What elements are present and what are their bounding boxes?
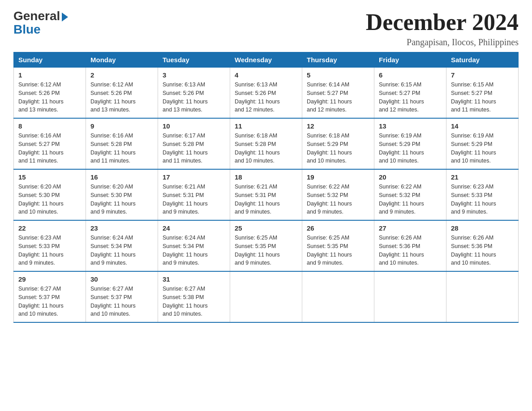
calendar-cell: 14Sunrise: 6:19 AMSunset: 5:29 PMDayligh…: [446, 118, 519, 169]
calendar-cell: 28Sunrise: 6:26 AMSunset: 5:36 PMDayligh…: [446, 220, 519, 271]
day-number: 7: [451, 71, 514, 79]
calendar-week-row: 15Sunrise: 6:20 AMSunset: 5:30 PMDayligh…: [14, 169, 519, 220]
header-saturday: Saturday: [446, 52, 519, 68]
calendar-week-row: 8Sunrise: 6:16 AMSunset: 5:27 PMDaylight…: [14, 118, 519, 169]
calendar-cell: [374, 271, 446, 322]
day-number: 15: [18, 173, 81, 181]
subtitle: Pangapisan, Ilocos, Philippines: [366, 37, 519, 47]
day-info: Sunrise: 6:23 AMSunset: 5:33 PMDaylight:…: [451, 183, 514, 216]
day-info: Sunrise: 6:18 AMSunset: 5:28 PMDaylight:…: [235, 132, 297, 165]
day-number: 4: [235, 71, 297, 79]
calendar-cell: 29Sunrise: 6:27 AMSunset: 5:37 PMDayligh…: [14, 271, 86, 322]
day-info: Sunrise: 6:25 AMSunset: 5:35 PMDaylight:…: [307, 234, 369, 267]
calendar-cell: 4Sunrise: 6:13 AMSunset: 5:26 PMDaylight…: [230, 68, 302, 119]
day-info: Sunrise: 6:12 AMSunset: 5:26 PMDaylight:…: [90, 81, 153, 114]
calendar-cell: 24Sunrise: 6:24 AMSunset: 5:34 PMDayligh…: [158, 220, 230, 271]
day-number: 30: [90, 275, 153, 283]
day-info: Sunrise: 6:26 AMSunset: 5:36 PMDaylight:…: [379, 234, 442, 267]
calendar-cell: 16Sunrise: 6:20 AMSunset: 5:30 PMDayligh…: [86, 169, 158, 220]
day-number: 11: [235, 122, 297, 130]
calendar-cell: 12Sunrise: 6:18 AMSunset: 5:29 PMDayligh…: [302, 118, 374, 169]
day-number: 16: [90, 173, 153, 181]
day-number: 5: [307, 71, 369, 79]
calendar-cell: 22Sunrise: 6:23 AMSunset: 5:33 PMDayligh…: [14, 220, 86, 271]
day-number: 20: [379, 173, 442, 181]
day-number: 25: [235, 224, 297, 232]
calendar-cell: 11Sunrise: 6:18 AMSunset: 5:28 PMDayligh…: [230, 118, 302, 169]
day-number: 31: [163, 275, 225, 283]
calendar-week-row: 1Sunrise: 6:12 AMSunset: 5:26 PMDaylight…: [14, 68, 519, 119]
day-info: Sunrise: 6:26 AMSunset: 5:36 PMDaylight:…: [451, 234, 514, 267]
header-monday: Monday: [86, 52, 158, 68]
day-number: 18: [235, 173, 297, 181]
day-number: 28: [451, 224, 514, 232]
calendar-cell: [302, 271, 374, 322]
calendar-cell: 2Sunrise: 6:12 AMSunset: 5:26 PMDaylight…: [86, 68, 158, 119]
day-info: Sunrise: 6:21 AMSunset: 5:31 PMDaylight:…: [235, 183, 297, 216]
calendar-cell: 23Sunrise: 6:24 AMSunset: 5:34 PMDayligh…: [86, 220, 158, 271]
day-info: Sunrise: 6:24 AMSunset: 5:34 PMDaylight:…: [90, 234, 153, 267]
day-number: 23: [90, 224, 153, 232]
calendar-cell: 30Sunrise: 6:27 AMSunset: 5:37 PMDayligh…: [86, 271, 158, 322]
calendar-week-row: 22Sunrise: 6:23 AMSunset: 5:33 PMDayligh…: [14, 220, 519, 271]
day-number: 19: [307, 173, 369, 181]
day-info: Sunrise: 6:13 AMSunset: 5:26 PMDaylight:…: [235, 81, 297, 114]
day-info: Sunrise: 6:17 AMSunset: 5:28 PMDaylight:…: [163, 132, 225, 165]
day-info: Sunrise: 6:12 AMSunset: 5:26 PMDaylight:…: [18, 81, 81, 114]
calendar-cell: 27Sunrise: 6:26 AMSunset: 5:36 PMDayligh…: [374, 220, 446, 271]
day-number: 12: [307, 122, 369, 130]
day-number: 24: [163, 224, 225, 232]
day-number: 13: [379, 122, 442, 130]
day-info: Sunrise: 6:27 AMSunset: 5:37 PMDaylight:…: [90, 285, 153, 318]
calendar-cell: 21Sunrise: 6:23 AMSunset: 5:33 PMDayligh…: [446, 169, 519, 220]
calendar-cell: 7Sunrise: 6:15 AMSunset: 5:27 PMDaylight…: [446, 68, 519, 119]
calendar-cell: 17Sunrise: 6:21 AMSunset: 5:31 PMDayligh…: [158, 169, 230, 220]
day-info: Sunrise: 6:15 AMSunset: 5:27 PMDaylight:…: [451, 81, 514, 114]
header-sunday: Sunday: [14, 52, 86, 68]
day-info: Sunrise: 6:16 AMSunset: 5:28 PMDaylight:…: [90, 132, 153, 165]
day-info: Sunrise: 6:21 AMSunset: 5:31 PMDaylight:…: [163, 183, 225, 216]
day-number: 10: [163, 122, 225, 130]
day-number: 8: [18, 122, 81, 130]
logo-general-text: General: [13, 9, 60, 23]
header-thursday: Thursday: [302, 52, 374, 68]
day-number: 21: [451, 173, 514, 181]
calendar-cell: 6Sunrise: 6:15 AMSunset: 5:27 PMDaylight…: [374, 68, 446, 119]
day-number: 9: [90, 122, 153, 130]
logo-blue-text: Blue: [13, 22, 41, 37]
calendar-cell: 25Sunrise: 6:25 AMSunset: 5:35 PMDayligh…: [230, 220, 302, 271]
calendar-cell: 1Sunrise: 6:12 AMSunset: 5:26 PMDaylight…: [14, 68, 86, 119]
calendar-cell: 26Sunrise: 6:25 AMSunset: 5:35 PMDayligh…: [302, 220, 374, 271]
day-info: Sunrise: 6:14 AMSunset: 5:27 PMDaylight:…: [307, 81, 369, 114]
day-number: 22: [18, 224, 81, 232]
calendar-cell: 9Sunrise: 6:16 AMSunset: 5:28 PMDaylight…: [86, 118, 158, 169]
calendar-cell: 31Sunrise: 6:27 AMSunset: 5:38 PMDayligh…: [158, 271, 230, 322]
day-info: Sunrise: 6:13 AMSunset: 5:26 PMDaylight:…: [163, 81, 225, 114]
day-info: Sunrise: 6:27 AMSunset: 5:37 PMDaylight:…: [18, 285, 81, 318]
page-header: General Blue December 2024 Pangapisan, I…: [13, 9, 519, 47]
day-number: 6: [379, 71, 442, 79]
day-info: Sunrise: 6:24 AMSunset: 5:34 PMDaylight:…: [163, 234, 225, 267]
calendar-cell: 15Sunrise: 6:20 AMSunset: 5:30 PMDayligh…: [14, 169, 86, 220]
calendar-cell: 3Sunrise: 6:13 AMSunset: 5:26 PMDaylight…: [158, 68, 230, 119]
header-tuesday: Tuesday: [158, 52, 230, 68]
day-info: Sunrise: 6:23 AMSunset: 5:33 PMDaylight:…: [18, 234, 81, 267]
day-info: Sunrise: 6:16 AMSunset: 5:27 PMDaylight:…: [18, 132, 81, 165]
logo: General Blue: [13, 9, 68, 37]
day-info: Sunrise: 6:22 AMSunset: 5:32 PMDaylight:…: [379, 183, 442, 216]
calendar-cell: [230, 271, 302, 322]
day-info: Sunrise: 6:22 AMSunset: 5:32 PMDaylight:…: [307, 183, 369, 216]
day-number: 14: [451, 122, 514, 130]
header-friday: Friday: [374, 52, 446, 68]
main-title: December 2024: [366, 9, 519, 35]
calendar-table: SundayMondayTuesdayWednesdayThursdayFrid…: [13, 52, 519, 323]
day-info: Sunrise: 6:18 AMSunset: 5:29 PMDaylight:…: [307, 132, 369, 165]
calendar-cell: [446, 271, 519, 322]
calendar-cell: 10Sunrise: 6:17 AMSunset: 5:28 PMDayligh…: [158, 118, 230, 169]
day-number: 27: [379, 224, 442, 232]
title-section: December 2024 Pangapisan, Ilocos, Philip…: [366, 9, 519, 47]
calendar-cell: 19Sunrise: 6:22 AMSunset: 5:32 PMDayligh…: [302, 169, 374, 220]
calendar-cell: 8Sunrise: 6:16 AMSunset: 5:27 PMDaylight…: [14, 118, 86, 169]
day-info: Sunrise: 6:15 AMSunset: 5:27 PMDaylight:…: [379, 81, 442, 114]
calendar-cell: 13Sunrise: 6:19 AMSunset: 5:29 PMDayligh…: [374, 118, 446, 169]
